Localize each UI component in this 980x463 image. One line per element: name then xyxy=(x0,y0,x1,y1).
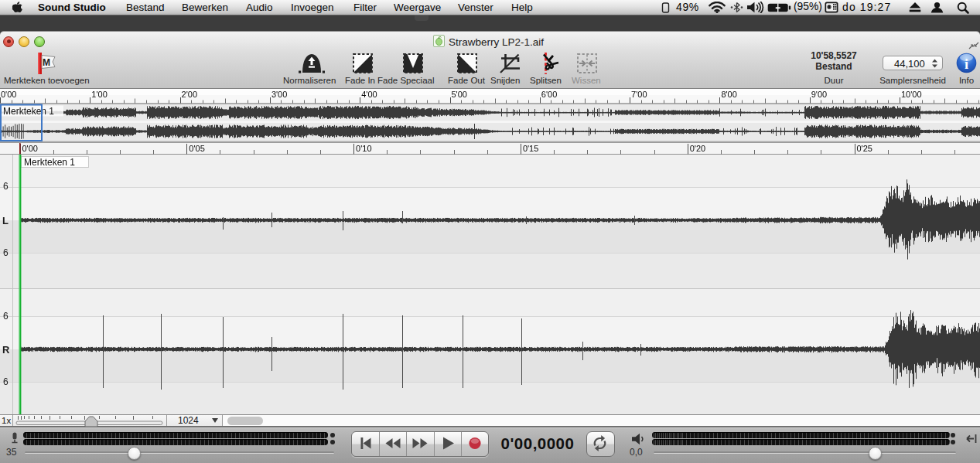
svg-text:M: M xyxy=(43,57,50,68)
svg-text:i: i xyxy=(965,56,968,72)
